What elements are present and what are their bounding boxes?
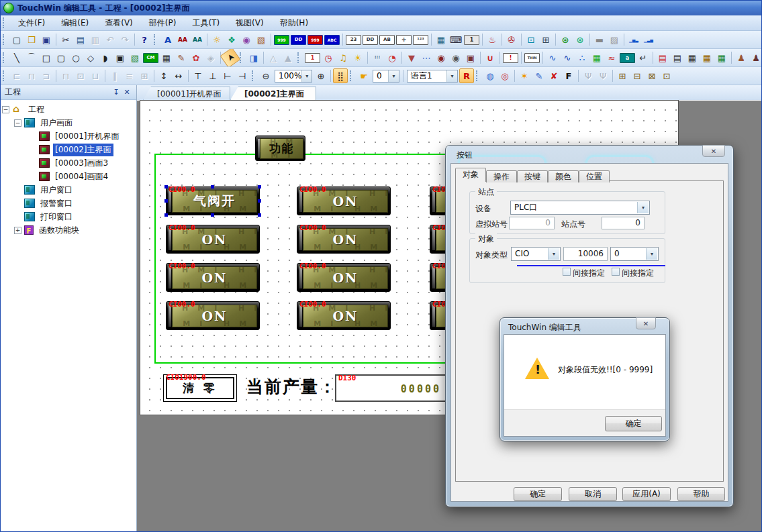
insert-image-icon[interactable]: ▧ (128, 50, 142, 65)
message-ok-button[interactable]: 确定 (605, 416, 662, 431)
digital-input-icon[interactable]: 23 (346, 35, 361, 45)
dialog-tab-operate[interactable]: 操作 (486, 170, 517, 182)
device-combo[interactable]: PLC口 ▾ (510, 201, 650, 215)
save-file-icon[interactable]: ▣ (39, 32, 54, 47)
tree-item-screen-2[interactable]: [00002]主界面 (1, 143, 136, 156)
selection-handle[interactable] (258, 185, 261, 189)
tree-item-print-window[interactable]: 打印窗口 (1, 210, 136, 223)
hmi-function-button[interactable]: HMI HMI HMI HMI HMI HMI 功能 (255, 136, 305, 161)
cut-icon[interactable]: ✂ (58, 32, 73, 47)
open-file-icon[interactable]: ❒ (24, 32, 39, 47)
tab-screen-2[interactable]: [00002]主界面✕ (230, 87, 316, 100)
production-text-label[interactable]: 当前产量： (246, 376, 337, 398)
dialog-ok-button[interactable]: 确定 (514, 487, 562, 501)
plate-icon[interactable]: ▬ (592, 32, 607, 47)
pump-2-icon[interactable]: ◉ (448, 50, 463, 65)
edit-event-icon[interactable]: ✎ (532, 68, 546, 83)
thin-button-icon[interactable]: THIN (524, 53, 540, 63)
cube-3d-icon[interactable]: ◨ (246, 50, 261, 65)
redo-icon[interactable]: ↷ (117, 32, 132, 47)
hmi-button[interactable]: CIO0.0 HMI HMI HMI HMI HMI HMI ON (297, 187, 391, 215)
undo-icon[interactable]: ↶ (103, 32, 117, 47)
zoom-out-button[interactable]: ⊖ (258, 68, 273, 83)
menu-item[interactable]: 文件(F) (10, 15, 53, 31)
language-combo[interactable]: 语言1 ▾ (407, 70, 458, 83)
stamp-icon[interactable]: ✎ (174, 50, 189, 65)
tree-item-screen-4[interactable]: [00004]画面4 (1, 170, 136, 183)
scale-part-icon[interactable]: !!! (370, 50, 385, 65)
trend-chart-icon[interactable]: ∿ (545, 50, 560, 65)
hatch-plate-icon[interactable]: ▨ (607, 32, 622, 47)
palette-icon[interactable]: ✿ (189, 50, 203, 65)
thermometer-icon[interactable]: ♨ (485, 32, 499, 47)
align-center-icon[interactable]: ⊓ (24, 68, 39, 83)
knob-part-icon[interactable]: ◉ (239, 32, 254, 47)
device-box-3-icon[interactable]: ⊠ (645, 68, 659, 83)
snap-right-icon[interactable]: ⊣ (235, 68, 250, 83)
clock-part-icon[interactable]: ◷ (321, 50, 336, 65)
device-box-4-icon[interactable]: ⊡ (659, 68, 674, 83)
window-new-icon[interactable]: ⊞ (538, 32, 553, 47)
menu-item[interactable]: 工具(T) (184, 15, 228, 31)
draw-line-icon[interactable]: ╲ (9, 50, 24, 65)
copy-icon[interactable]: ▤ (73, 32, 88, 47)
chevron-down-icon[interactable]: ▾ (446, 70, 457, 82)
close-icon[interactable]: ✕ (702, 145, 725, 157)
close-icon[interactable]: ✕ (122, 88, 132, 97)
device-box-2-icon[interactable]: ⊟ (630, 68, 645, 83)
selection-handle[interactable] (164, 185, 168, 189)
select-cursor-icon[interactable]: ➤ (220, 49, 241, 67)
object-address-input[interactable]: 10006 (563, 247, 608, 261)
set-data-icon[interactable]: ¹²³ (413, 35, 428, 45)
virtual-station-input[interactable]: 0 (509, 217, 555, 229)
lamp-part-icon[interactable]: ☼ (209, 32, 224, 47)
buzzer-part-icon[interactable]: ♫ (336, 50, 350, 65)
delete-event-icon[interactable]: ✘ (546, 68, 561, 83)
user-input-icon[interactable]: 1 (464, 35, 479, 45)
indirect-checkbox-1[interactable] (563, 268, 571, 276)
multi-trend-icon[interactable]: ≈ (604, 50, 619, 65)
tree-expander[interactable]: − (14, 119, 21, 127)
menu-item[interactable]: 部件(P) (141, 15, 185, 31)
space-horizontal-icon[interactable]: ↔ (171, 68, 186, 83)
dialog-cancel-button[interactable]: 取消 (569, 487, 617, 501)
dialog-tab-color[interactable]: 颜色 (548, 170, 579, 182)
draw-arc-icon[interactable]: ⌒ (24, 50, 39, 65)
tree-item-user-window[interactable]: 用户窗口 (1, 183, 136, 197)
selection-handle[interactable] (211, 185, 214, 189)
menu-item[interactable]: 帮助(H) (272, 15, 316, 31)
paste-icon[interactable]: ▥ (88, 32, 103, 47)
dialog-help-button[interactable]: 帮助 (677, 487, 725, 501)
draw-ellipse-icon[interactable]: ○ (68, 50, 83, 65)
data-input-icon[interactable]: DD (363, 35, 378, 45)
scatter-chart-icon[interactable]: ∴ (575, 50, 589, 65)
menu-item[interactable]: 查看(V) (97, 15, 141, 31)
hmi-clear-button[interactable]: CIO1900.0 清 零 (163, 374, 237, 402)
tree-item-screen-1[interactable]: [00001]开机界面 (1, 129, 136, 143)
operator-1-icon[interactable]: ♟ (734, 50, 749, 65)
align-middle-icon[interactable]: ⊡ (73, 68, 88, 83)
close-icon[interactable]: ✕ (636, 317, 656, 329)
eraser-icon[interactable]: ◈ (203, 50, 218, 65)
object-bit-combo[interactable]: 0 ▾ (610, 247, 659, 261)
tree-expander[interactable]: − (2, 106, 9, 113)
align-left-icon[interactable]: ⊏ (9, 68, 24, 83)
machine-part-icon[interactable]: ▣ (463, 50, 478, 65)
digital-display-icon[interactable]: 999 (274, 35, 289, 45)
alarm-grid-icon[interactable]: ▤ (655, 50, 670, 65)
align-right-icon[interactable]: ⊐ (39, 68, 54, 83)
hmi-button[interactable]: CIO0.0 HMI HMI HMI HMI HMI HMI ON (297, 301, 391, 330)
zoom-in-button[interactable]: ⊕ (314, 68, 328, 83)
scene-2-icon[interactable]: ▲ (281, 50, 295, 65)
chevron-down-icon[interactable]: ▾ (637, 202, 649, 213)
hmi-button[interactable]: CIO0.0 HMI HMI HMI HMI HMI HMI ON (166, 301, 260, 330)
print-icon[interactable]: ✇ (504, 32, 519, 47)
funnel-part-icon[interactable]: ▼ (404, 50, 419, 65)
same-width-icon[interactable]: ∥ (107, 68, 122, 83)
snap-left-icon[interactable]: ⊢ (220, 68, 235, 83)
register-toggle-button[interactable]: R (459, 68, 474, 83)
antenna-2-icon[interactable]: Ψ (596, 68, 610, 83)
data-display-icon[interactable]: DD (291, 35, 306, 45)
lcd-panel-icon[interactable]: ▦ (434, 32, 448, 47)
hmi-button[interactable]: CIO0.0 HMI HMI HMI HMI HMI HMI ON (166, 225, 260, 254)
